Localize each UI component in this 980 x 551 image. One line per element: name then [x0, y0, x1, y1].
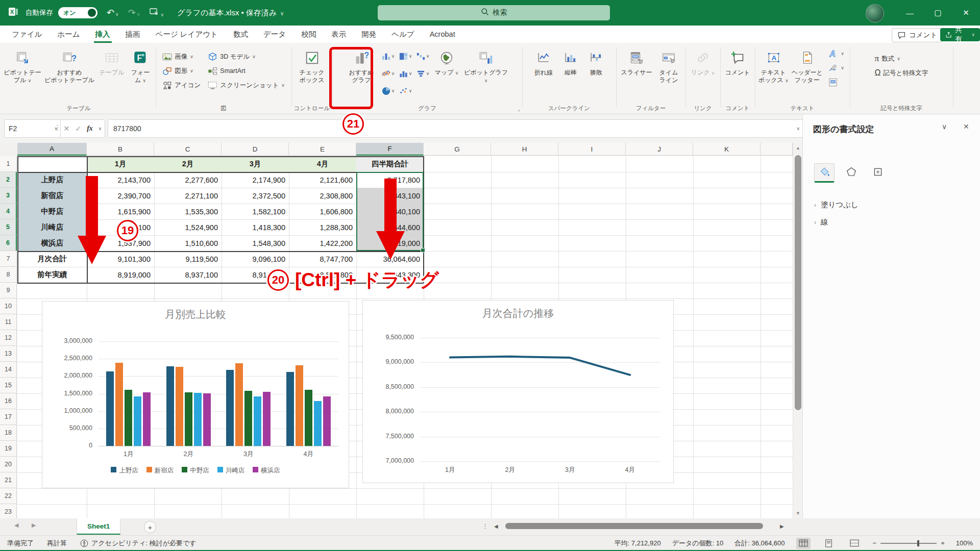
- bar-上野店-2月[interactable]: [166, 366, 174, 446]
- prev-sheet-icon[interactable]: ◀: [14, 522, 18, 529]
- row-header-6[interactable]: 6: [0, 235, 17, 251]
- ribbon-button-equation[interactable]: π数式∨: [875, 53, 928, 65]
- cell-B8[interactable]: 8,919,000: [87, 267, 154, 283]
- fill-section[interactable]: ›塗りつぶし: [814, 200, 859, 210]
- cell-C3[interactable]: 2,271,100: [154, 188, 222, 204]
- search-input[interactable]: 検索: [378, 5, 610, 20]
- ribbon-button-shapes[interactable]: 図形∨: [162, 65, 201, 77]
- enter-icon[interactable]: ✓: [75, 124, 81, 133]
- pane-close-icon[interactable]: ✕: [963, 122, 969, 131]
- row-header-15[interactable]: 15: [0, 378, 17, 393]
- row-header-21[interactable]: 21: [0, 472, 17, 488]
- ribbon-button-scatter-chart[interactable]: ∨: [397, 82, 414, 99]
- cell-A5[interactable]: 川崎店: [17, 219, 87, 235]
- cell-E6[interactable]: 1,422,200: [289, 235, 356, 251]
- bar-川崎店-4月[interactable]: [314, 401, 322, 446]
- row-header-5[interactable]: 5: [0, 219, 17, 235]
- column-header-H[interactable]: H: [491, 143, 558, 156]
- bar-上野店-3月[interactable]: [226, 370, 234, 446]
- ribbon-button-sparkline-column[interactable]: 縦棒: [558, 45, 583, 99]
- vertical-scroll-thumb[interactable]: [795, 155, 801, 410]
- bar-川崎店-2月[interactable]: [194, 393, 202, 446]
- tab-Acrobat[interactable]: Acrobat: [422, 26, 463, 43]
- bar-中野店-2月[interactable]: [185, 392, 192, 446]
- row-header-13[interactable]: 13: [0, 346, 17, 362]
- cell-D7[interactable]: 9,096,100: [222, 251, 289, 267]
- ribbon-button-pivot-table[interactable]: ピボットテーブル ∨: [4, 45, 41, 99]
- row-header-16[interactable]: 16: [0, 393, 17, 409]
- recalc-status[interactable]: 再計算: [47, 539, 67, 548]
- customize-quick-access-icon[interactable]: ∨: [149, 7, 164, 19]
- cell-A7[interactable]: 月次合計: [17, 251, 87, 267]
- cell-E5[interactable]: 1,288,300: [289, 219, 356, 235]
- ribbon-button-funnel-chart[interactable]: ∨: [414, 65, 431, 82]
- line-series-月次合計[interactable]: [363, 300, 673, 483]
- cell-A2[interactable]: 上野店: [17, 172, 87, 188]
- column-header-J[interactable]: J: [626, 143, 693, 156]
- ribbon-button-recommended-pivottable[interactable]: ?おすすめピボットテーブル: [42, 45, 96, 99]
- ribbon-button-image[interactable]: 画像∨: [162, 51, 201, 63]
- zoom-level[interactable]: 100%: [956, 539, 973, 547]
- row-headers[interactable]: 1234567891011121314151617181920212223: [0, 156, 17, 518]
- zoom-slider-thumb[interactable]: [917, 540, 919, 546]
- ribbon-button-pivot-chart[interactable]: ピボットグラフ ∨: [462, 45, 510, 99]
- select-all-corner[interactable]: [0, 143, 18, 157]
- cell-E4[interactable]: 1,606,800: [289, 204, 356, 219]
- ribbon-button-slicer[interactable]: スライサー: [619, 45, 654, 99]
- cell-D4[interactable]: 1,582,100: [222, 204, 289, 219]
- tab-数式[interactable]: 数式: [226, 26, 256, 43]
- scroll-up-icon[interactable]: ▲: [793, 143, 803, 153]
- tab-ヘルプ[interactable]: ヘルプ: [384, 26, 422, 43]
- ribbon-button-link[interactable]: リンク ∨: [689, 45, 717, 99]
- ribbon-button-form[interactable]: Fフォーム ∨: [127, 45, 154, 99]
- bar-中野店-4月[interactable]: [305, 390, 312, 446]
- cell-D6[interactable]: 1,548,300: [222, 235, 289, 251]
- redo-icon[interactable]: ↷∨: [128, 7, 140, 18]
- column-header-E[interactable]: E: [289, 143, 356, 156]
- row-header-7[interactable]: 7: [0, 251, 17, 267]
- tab-ページ レイアウト[interactable]: ページ レイアウト: [148, 26, 226, 43]
- accessibility-status[interactable]: アクセシビリティ: 検討が必要です: [80, 539, 197, 548]
- row-header-10[interactable]: 10: [0, 298, 17, 314]
- cell-B1[interactable]: 1月: [87, 156, 154, 172]
- bar-中野店-1月[interactable]: [125, 390, 132, 446]
- column-header-A[interactable]: A: [17, 143, 87, 156]
- cell-D2[interactable]: 2,174,900: [222, 172, 289, 188]
- ribbon-button-comment[interactable]: コメント: [722, 45, 753, 99]
- undo-icon[interactable]: ↶∨: [107, 7, 119, 18]
- column-header-D[interactable]: D: [222, 143, 289, 156]
- ribbon-button-wordart[interactable]: A∨: [828, 47, 844, 60]
- ribbon-button-waterfall-chart[interactable]: ∨: [414, 47, 431, 65]
- ribbon-button-timeline[interactable]: タイムライン: [655, 45, 682, 99]
- effects-tab[interactable]: [842, 163, 861, 181]
- ribbon-button-icons[interactable]: アイコン: [162, 79, 201, 91]
- ribbon-button-map-chart[interactable]: マップ ∨: [432, 45, 461, 99]
- page-layout-view-icon[interactable]: [822, 538, 836, 549]
- size-properties-tab[interactable]: [868, 163, 888, 181]
- ribbon-button-sparkline-line[interactable]: 折れ線: [530, 45, 557, 99]
- expand-formula-bar-icon[interactable]: ∨: [796, 126, 800, 131]
- row-header-23[interactable]: 23: [0, 504, 17, 518]
- ribbon-button-signature[interactable]: ∨: [828, 62, 844, 74]
- tab-挿入[interactable]: 挿入: [88, 26, 118, 43]
- bar-川崎店-3月[interactable]: [254, 396, 261, 446]
- bar-上野店-4月[interactable]: [286, 372, 294, 446]
- ribbon-button-sparkline-winloss[interactable]: 勝敗: [584, 45, 608, 99]
- tab-データ[interactable]: データ: [256, 26, 293, 43]
- close-button[interactable]: ✕: [952, 0, 980, 26]
- cell-F1[interactable]: 四半期合計: [356, 156, 424, 172]
- autosave-toggle[interactable]: オン: [58, 7, 97, 18]
- ribbon-button-3d-model[interactable]: 3D モデル∨: [208, 51, 284, 63]
- scroll-down-icon[interactable]: ▼: [793, 508, 803, 518]
- maximize-button[interactable]: ▢: [924, 0, 952, 26]
- scroll-left-icon[interactable]: ◀: [494, 523, 498, 529]
- column-header-I[interactable]: I: [558, 143, 626, 156]
- row-header-22[interactable]: 22: [0, 488, 17, 504]
- sheet-tab-sheet1[interactable]: Sheet1: [77, 518, 120, 535]
- column-headers[interactable]: ABCDEFGHIJK: [17, 143, 793, 156]
- bar-chart-object[interactable]: 月別売上比較 3,000,0002,500,0002,000,0001,500,…: [42, 301, 349, 488]
- bar-新宿店-4月[interactable]: [296, 365, 303, 446]
- scrollbar-splitter[interactable]: ⋮: [482, 522, 488, 530]
- row-header-2[interactable]: 2: [0, 172, 17, 188]
- bar-川崎店-1月[interactable]: [134, 396, 141, 446]
